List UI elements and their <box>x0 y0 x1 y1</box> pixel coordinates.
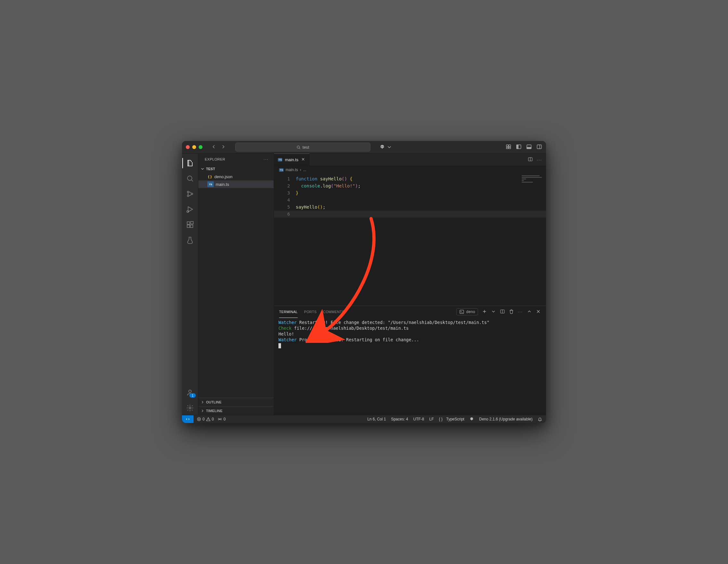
copilot-icon <box>379 144 385 150</box>
svg-rect-24 <box>460 310 464 314</box>
tab-close-button[interactable] <box>301 157 305 162</box>
activity-accounts[interactable]: 1 <box>182 386 198 400</box>
activity-bar: 1 <box>182 153 198 415</box>
new-terminal-button[interactable] <box>482 309 487 315</box>
bell-icon <box>538 417 542 421</box>
remote-button[interactable] <box>182 415 194 423</box>
history-nav <box>211 144 226 151</box>
tab-label: main.ts <box>285 157 298 162</box>
kill-terminal-button[interactable] <box>509 309 514 315</box>
code-line: 1function sayHello() { <box>274 175 546 182</box>
close-panel-button[interactable] <box>536 309 541 315</box>
tab-bar: TS main.ts ··· <box>274 153 546 166</box>
code-line: 6 <box>274 211 546 218</box>
panel-tabs: TERMINAL PORTS COMMENTS deno <box>274 306 546 318</box>
maximize-icon[interactable] <box>199 145 203 149</box>
chevron-down-icon <box>386 144 392 150</box>
cursor-position[interactable]: Ln 6, Col 1 <box>367 417 386 421</box>
explorer-header: EXPLORER ··· <box>198 153 274 165</box>
copilot-button[interactable] <box>379 144 392 150</box>
svg-rect-19 <box>191 221 193 224</box>
activity-search[interactable] <box>182 171 198 186</box>
split-editor-button[interactable] <box>528 157 533 163</box>
file-name: deno.json <box>214 174 232 179</box>
timeline-label: TIMELINE <box>206 409 222 413</box>
tab-main-ts[interactable]: TS main.ts <box>274 153 310 166</box>
code-line: 2 console.log("Hello!"); <box>274 182 546 189</box>
file-row[interactable]: { }deno.json <box>198 173 274 180</box>
svg-rect-17 <box>187 225 190 228</box>
terminal-cursor <box>278 343 281 348</box>
deno-version[interactable]: Deno 2.1.6 (Upgrade available) <box>479 417 533 421</box>
notifications-button[interactable] <box>538 417 542 421</box>
problems-button[interactable]: 0 0 <box>197 417 214 421</box>
language-mode-button[interactable]: { } TypeScript <box>439 417 464 421</box>
ts-file-icon: TS <box>207 181 214 187</box>
indentation-button[interactable]: Spaces: 4 <box>391 417 408 421</box>
svg-point-14 <box>191 193 193 195</box>
outline-section[interactable]: OUTLINE <box>198 398 274 406</box>
folder-header[interactable]: TEST <box>198 165 274 173</box>
warning-count: 0 <box>212 417 214 421</box>
copilot-status[interactable] <box>469 417 474 421</box>
explorer-more-button[interactable]: ··· <box>264 157 269 161</box>
svg-rect-8 <box>527 147 531 149</box>
outline-label: OUTLINE <box>206 400 221 404</box>
terminal-output[interactable]: Watcher Restarting! File change detected… <box>274 318 546 415</box>
maximize-panel-button[interactable] <box>527 309 532 315</box>
panel-more-button[interactable]: ··· <box>518 310 523 314</box>
layout-customize-button[interactable] <box>506 144 511 151</box>
svg-rect-3 <box>506 147 508 149</box>
panel-tab-ports[interactable]: PORTS <box>304 306 317 318</box>
toggle-secondary-sidebar-button[interactable] <box>536 144 542 151</box>
close-icon[interactable] <box>186 145 190 149</box>
svg-point-11 <box>187 176 192 180</box>
activity-explorer[interactable] <box>182 156 198 170</box>
activity-settings[interactable] <box>182 401 198 415</box>
encoding-button[interactable]: UTF-8 <box>413 417 424 421</box>
breadcrumb[interactable]: TS main.ts › ... <box>274 166 546 174</box>
line-number: 1 <box>274 175 296 182</box>
terminal-icon <box>459 309 464 314</box>
line-number: 5 <box>274 203 296 211</box>
terminal-line: Watcher Process finished. Restarting on … <box>278 337 542 343</box>
code-content: function sayHello() { <box>296 175 352 182</box>
timeline-section[interactable]: TIMELINE <box>198 406 274 415</box>
file-name: main.ts <box>216 182 229 187</box>
code-content: sayHello(); <box>296 203 326 211</box>
split-terminal-button[interactable] <box>500 309 505 315</box>
titlebar-actions <box>506 144 542 151</box>
folder-name: TEST <box>206 167 215 171</box>
svg-point-20 <box>189 390 191 393</box>
activity-extensions[interactable] <box>182 218 198 232</box>
activity-testing[interactable] <box>182 233 198 247</box>
explorer-title: EXPLORER <box>205 157 225 161</box>
breadcrumb-separator: › <box>300 168 301 172</box>
terminal-dropdown-button[interactable] <box>491 309 496 315</box>
line-number: 4 <box>274 196 296 203</box>
command-center[interactable]: test <box>235 143 370 152</box>
editor-group: TS main.ts ··· TS main.ts › .. <box>274 153 546 415</box>
file-row[interactable]: TSmain.ts <box>198 180 274 188</box>
back-button[interactable] <box>211 144 217 151</box>
warning-icon <box>206 417 211 421</box>
panel-tab-comments[interactable]: COMMENTS <box>323 306 344 318</box>
editor-more-button[interactable]: ··· <box>537 157 542 162</box>
json-file-icon: { } <box>207 174 212 179</box>
toggle-panel-button[interactable] <box>526 144 532 151</box>
terminal-line: Hello! <box>278 331 542 337</box>
activity-scm[interactable] <box>182 187 198 201</box>
minimap[interactable] <box>522 175 544 188</box>
panel-tab-terminal[interactable]: TERMINAL <box>279 306 298 318</box>
activity-debug[interactable] <box>182 202 198 216</box>
ports-button[interactable]: 0 <box>218 417 226 421</box>
forward-button[interactable] <box>220 144 226 151</box>
error-count: 0 <box>203 417 205 421</box>
eol-button[interactable]: LF <box>429 417 434 421</box>
toggle-sidebar-button[interactable] <box>516 144 522 151</box>
editor-actions: ··· <box>528 153 546 166</box>
code-editor[interactable]: 1function sayHello() {2 console.log("Hel… <box>274 174 546 306</box>
titlebar: test <box>182 141 546 153</box>
minimize-icon[interactable] <box>192 145 196 149</box>
terminal-profile-select[interactable]: deno <box>456 308 478 315</box>
